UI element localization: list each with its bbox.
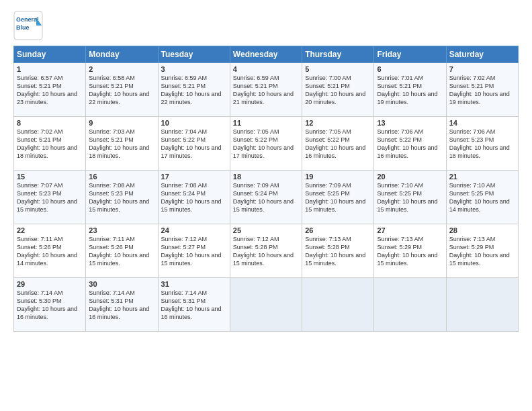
day-number: 21 xyxy=(449,173,515,181)
day-number: 8 xyxy=(17,119,83,127)
day-number: 20 xyxy=(377,173,443,181)
day-number: 1 xyxy=(17,65,83,73)
day-info: Sunrise: 7:08 AM Sunset: 5:23 PM Dayligh… xyxy=(89,181,154,214)
logo: General Blue xyxy=(13,11,43,40)
day-cell: 22Sunrise: 7:11 AM Sunset: 5:26 PM Dayli… xyxy=(14,224,86,278)
day-cell: 17Sunrise: 7:08 AM Sunset: 5:24 PM Dayli… xyxy=(158,171,230,224)
day-number: 2 xyxy=(89,65,154,73)
day-cell: 3Sunrise: 6:59 AM Sunset: 5:21 PM Daylig… xyxy=(158,63,230,117)
day-number: 15 xyxy=(17,173,83,181)
day-cell: 24Sunrise: 7:12 AM Sunset: 5:27 PM Dayli… xyxy=(158,224,230,278)
svg-text:Blue: Blue xyxy=(16,24,30,31)
day-number: 6 xyxy=(377,65,443,73)
day-info: Sunrise: 7:06 AM Sunset: 5:22 PM Dayligh… xyxy=(377,128,443,161)
day-cell xyxy=(230,278,302,332)
day-header-friday: Friday xyxy=(374,46,446,63)
day-info: Sunrise: 7:14 AM Sunset: 5:31 PM Dayligh… xyxy=(89,289,154,322)
day-cell: 26Sunrise: 7:13 AM Sunset: 5:28 PM Dayli… xyxy=(302,224,374,278)
day-info: Sunrise: 6:59 AM Sunset: 5:21 PM Dayligh… xyxy=(161,74,227,107)
day-cell: 2Sunrise: 6:58 AM Sunset: 5:21 PM Daylig… xyxy=(86,63,158,117)
day-info: Sunrise: 7:12 AM Sunset: 5:28 PM Dayligh… xyxy=(233,235,299,268)
day-info: Sunrise: 7:01 AM Sunset: 5:21 PM Dayligh… xyxy=(377,74,443,107)
day-cell: 7Sunrise: 7:02 AM Sunset: 5:21 PM Daylig… xyxy=(446,63,518,117)
day-number: 22 xyxy=(17,226,83,234)
calendar-table: SundayMondayTuesdayWednesdayThursdayFrid… xyxy=(13,46,519,332)
day-info: Sunrise: 7:13 AM Sunset: 5:29 PM Dayligh… xyxy=(377,235,443,268)
day-number: 26 xyxy=(305,226,371,234)
day-info: Sunrise: 6:59 AM Sunset: 5:21 PM Dayligh… xyxy=(233,74,299,107)
day-number: 29 xyxy=(17,280,83,288)
day-cell xyxy=(446,278,518,332)
day-info: Sunrise: 7:02 AM Sunset: 5:21 PM Dayligh… xyxy=(17,128,83,161)
day-info: Sunrise: 7:14 AM Sunset: 5:31 PM Dayligh… xyxy=(161,289,227,322)
day-info: Sunrise: 7:00 AM Sunset: 5:21 PM Dayligh… xyxy=(305,74,371,107)
day-info: Sunrise: 7:10 AM Sunset: 5:25 PM Dayligh… xyxy=(449,181,515,214)
day-info: Sunrise: 7:13 AM Sunset: 5:28 PM Dayligh… xyxy=(305,235,371,268)
day-cell: 1Sunrise: 6:57 AM Sunset: 5:21 PM Daylig… xyxy=(14,63,86,117)
day-cell: 27Sunrise: 7:13 AM Sunset: 5:29 PM Dayli… xyxy=(374,224,446,278)
day-number: 19 xyxy=(305,173,371,181)
day-number: 9 xyxy=(89,119,154,127)
day-cell: 6Sunrise: 7:01 AM Sunset: 5:21 PM Daylig… xyxy=(374,63,446,117)
day-info: Sunrise: 7:02 AM Sunset: 5:21 PM Dayligh… xyxy=(449,74,515,107)
week-row-4: 22Sunrise: 7:11 AM Sunset: 5:26 PM Dayli… xyxy=(14,224,519,278)
day-info: Sunrise: 6:57 AM Sunset: 5:21 PM Dayligh… xyxy=(17,74,83,107)
day-number: 23 xyxy=(89,226,154,234)
day-cell xyxy=(374,278,446,332)
day-cell: 14Sunrise: 7:06 AM Sunset: 5:23 PM Dayli… xyxy=(446,117,518,171)
day-header-saturday: Saturday xyxy=(446,46,518,63)
day-header-sunday: Sunday xyxy=(14,46,86,63)
calendar-header: SundayMondayTuesdayWednesdayThursdayFrid… xyxy=(14,46,519,63)
day-number: 10 xyxy=(161,119,227,127)
day-header-wednesday: Wednesday xyxy=(230,46,302,63)
day-cell xyxy=(302,278,374,332)
day-cell: 15Sunrise: 7:07 AM Sunset: 5:23 PM Dayli… xyxy=(14,171,86,224)
day-cell: 16Sunrise: 7:08 AM Sunset: 5:23 PM Dayli… xyxy=(86,171,158,224)
day-cell: 9Sunrise: 7:03 AM Sunset: 5:21 PM Daylig… xyxy=(86,117,158,171)
day-number: 17 xyxy=(161,173,227,181)
header: General Blue xyxy=(13,11,519,40)
day-number: 4 xyxy=(233,65,299,73)
day-number: 18 xyxy=(233,173,299,181)
day-number: 25 xyxy=(233,226,299,234)
day-number: 27 xyxy=(377,226,443,234)
day-header-monday: Monday xyxy=(86,46,158,63)
day-cell: 25Sunrise: 7:12 AM Sunset: 5:28 PM Dayli… xyxy=(230,224,302,278)
day-number: 5 xyxy=(305,65,371,73)
day-cell: 31Sunrise: 7:14 AM Sunset: 5:31 PM Dayli… xyxy=(158,278,230,332)
week-row-3: 15Sunrise: 7:07 AM Sunset: 5:23 PM Dayli… xyxy=(14,171,519,224)
day-info: Sunrise: 7:05 AM Sunset: 5:22 PM Dayligh… xyxy=(233,128,299,161)
day-cell: 5Sunrise: 7:00 AM Sunset: 5:21 PM Daylig… xyxy=(302,63,374,117)
day-cell: 29Sunrise: 7:14 AM Sunset: 5:30 PM Dayli… xyxy=(14,278,86,332)
svg-text:General: General xyxy=(16,16,39,23)
day-number: 13 xyxy=(377,119,443,127)
week-row-5: 29Sunrise: 7:14 AM Sunset: 5:30 PM Dayli… xyxy=(14,278,519,332)
day-of-week-row: SundayMondayTuesdayWednesdayThursdayFrid… xyxy=(14,46,519,63)
day-number: 28 xyxy=(449,226,515,234)
week-row-2: 8Sunrise: 7:02 AM Sunset: 5:21 PM Daylig… xyxy=(14,117,519,171)
calendar-body: 1Sunrise: 6:57 AM Sunset: 5:21 PM Daylig… xyxy=(14,63,519,332)
day-info: Sunrise: 7:10 AM Sunset: 5:25 PM Dayligh… xyxy=(377,181,443,214)
day-cell: 11Sunrise: 7:05 AM Sunset: 5:22 PM Dayli… xyxy=(230,117,302,171)
day-cell: 12Sunrise: 7:05 AM Sunset: 5:22 PM Dayli… xyxy=(302,117,374,171)
day-number: 16 xyxy=(89,173,154,181)
day-info: Sunrise: 7:13 AM Sunset: 5:29 PM Dayligh… xyxy=(449,235,515,268)
day-info: Sunrise: 7:14 AM Sunset: 5:30 PM Dayligh… xyxy=(17,289,83,322)
day-cell: 8Sunrise: 7:02 AM Sunset: 5:21 PM Daylig… xyxy=(14,117,86,171)
day-cell: 4Sunrise: 6:59 AM Sunset: 5:21 PM Daylig… xyxy=(230,63,302,117)
day-cell: 30Sunrise: 7:14 AM Sunset: 5:31 PM Dayli… xyxy=(86,278,158,332)
day-info: Sunrise: 7:06 AM Sunset: 5:23 PM Dayligh… xyxy=(449,128,515,161)
day-number: 7 xyxy=(449,65,515,73)
day-number: 30 xyxy=(89,280,154,288)
day-info: Sunrise: 7:07 AM Sunset: 5:23 PM Dayligh… xyxy=(17,181,83,214)
logo-svg: General Blue xyxy=(13,11,43,40)
day-info: Sunrise: 7:08 AM Sunset: 5:24 PM Dayligh… xyxy=(161,181,227,214)
day-cell: 28Sunrise: 7:13 AM Sunset: 5:29 PM Dayli… xyxy=(446,224,518,278)
day-number: 3 xyxy=(161,65,227,73)
day-header-tuesday: Tuesday xyxy=(158,46,230,63)
day-info: Sunrise: 7:11 AM Sunset: 5:26 PM Dayligh… xyxy=(17,235,83,268)
day-info: Sunrise: 7:05 AM Sunset: 5:22 PM Dayligh… xyxy=(305,128,371,161)
day-cell: 21Sunrise: 7:10 AM Sunset: 5:25 PM Dayli… xyxy=(446,171,518,224)
calendar-container: General Blue SundayMondayTuesdayWednesda… xyxy=(0,0,532,411)
day-cell: 18Sunrise: 7:09 AM Sunset: 5:24 PM Dayli… xyxy=(230,171,302,224)
